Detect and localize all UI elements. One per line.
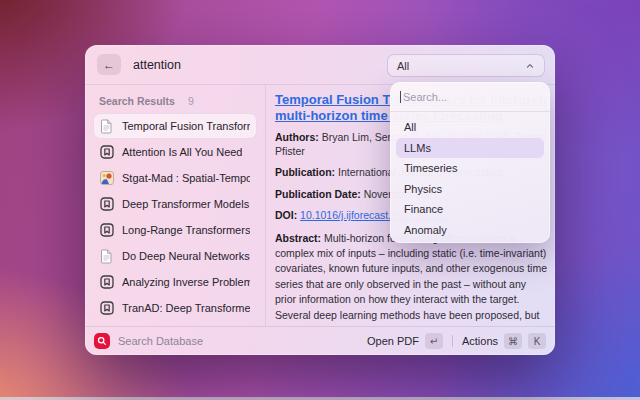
bookmark-icon [100,301,114,315]
publication-label: Publication: [275,166,335,178]
result-list-item[interactable]: Temporal Fusion Transformers f... [93,113,257,139]
result-item-label: Do Deep Neural Networks Contr... [122,250,250,262]
abstract-text: Multi-horizon forecasting often contains… [275,232,547,327]
footer-divider [452,335,453,347]
dropdown-option-anomaly[interactable]: Anomaly [396,220,544,241]
category-dropdown-panel: Search... AllLLMsTimeseriesPhysicsFinanc… [390,82,550,243]
window-footer: Search Database Open PDF ↵ Actions ⌘ K [85,326,555,355]
result-list-item[interactable]: TranAD: Deep Transformer Net... [93,295,257,321]
search-app-window: ← attention All Search Results 9 Tempora… [85,45,555,355]
document-icon [100,119,114,133]
results-count-badge: 9 [188,95,194,107]
dropdown-option-finance[interactable]: Finance [396,199,544,220]
abstract-label: Abstract: [275,232,321,244]
footer-search-input[interactable]: Search Database [118,335,367,347]
publication-date-label: Publication Date: [275,188,361,200]
dropdown-search-placeholder: Search... [403,91,447,103]
k-key-badge: K [528,333,546,349]
artwork-icon [100,171,114,185]
abstract-block: Abstract: Multi-horizon forecasting ofte… [275,231,547,327]
results-section-label: Search Results [99,95,175,107]
result-list-item[interactable]: Stgat-Mad : Spatial-Temporal Gr... [93,165,257,191]
result-list-item[interactable]: Deep Transformer Models for Ti... [93,191,257,217]
dropdown-option-llms[interactable]: LLMs [396,138,544,159]
result-item-label: Long-Range Transformers for D... [122,224,250,236]
back-arrow-icon: ← [103,58,115,72]
text-cursor [400,91,401,103]
authors-label: Authors: [275,131,319,143]
results-sidebar: Search Results 9 Temporal Fusion Transfo… [85,85,266,326]
dropdown-option-all[interactable]: All [396,117,544,138]
enter-key-badge: ↵ [425,333,443,349]
result-item-label: TranAD: Deep Transformer Net... [122,302,250,314]
result-list-item[interactable]: Analyzing Inverse Problems with... [93,269,257,295]
filter-selected-value: All [397,60,525,72]
result-list-item[interactable]: Do Deep Neural Networks Contr... [93,243,257,269]
document-icon [100,249,114,263]
actions-button[interactable]: Actions [462,335,498,347]
result-list-item[interactable]: Attention Is All You Need [93,139,257,165]
result-item-label: Temporal Fusion Transformers f... [122,120,250,132]
result-item-label: Deep Transformer Models for Ti... [122,198,250,210]
result-list-item[interactable]: Long-Range Transformers for D... [93,217,257,243]
result-item-label: Stgat-Mad : Spatial-Temporal Gr... [122,172,250,184]
result-item-label: Analyzing Inverse Problems with... [122,276,250,288]
footer-actions: Open PDF ↵ Actions ⌘ K [367,333,546,349]
magnifier-glyph-icon [97,336,107,346]
open-pdf-button[interactable]: Open PDF [367,335,419,347]
bookmark-icon [100,275,114,289]
category-filter-select[interactable]: All [387,54,545,77]
desktop-background: ← attention All Search Results 9 Tempora… [0,0,640,400]
bookmark-icon [100,197,114,211]
search-query-text[interactable]: attention [133,58,181,72]
extension-search-icon [94,333,110,349]
cmd-key-badge: ⌘ [504,333,522,349]
dropdown-option-physics[interactable]: Physics [396,179,544,200]
results-list: Temporal Fusion Transformers f...Attenti… [93,113,257,326]
back-button[interactable]: ← [97,54,121,75]
doi-label: DOI: [275,209,297,221]
bookmark-icon [100,223,114,237]
result-item-label: Attention Is All You Need [122,146,242,158]
dropdown-search-input[interactable]: Search... [390,82,550,112]
bookmark-icon [100,145,114,159]
results-section-header: Search Results 9 [93,93,257,113]
dropdown-option-timeseries[interactable]: Timeseries [396,158,544,179]
chevron-up-icon [525,61,535,71]
dropdown-option-list: AllLLMsTimeseriesPhysicsFinanceAnomaly [390,112,550,243]
